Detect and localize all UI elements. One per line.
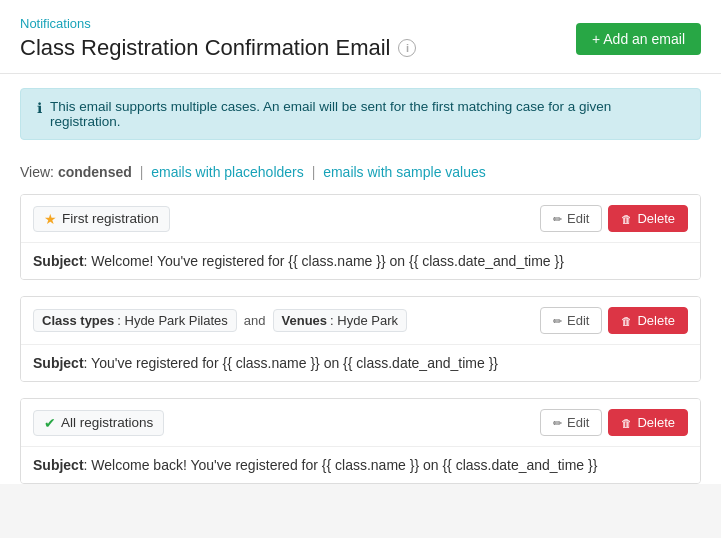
page-container: Notifications Class Registration Confirm… — [0, 0, 721, 484]
cases-list: ★ First registration Edit Delete Sub — [0, 194, 721, 484]
info-banner-text: This email supports multiple cases. An e… — [50, 99, 684, 129]
pencil-icon — [553, 415, 562, 430]
subject-label: Subject — [33, 457, 84, 473]
filter-key-class-types: Class types — [42, 313, 114, 328]
case-subject: Subject: You've registered for {{ class.… — [33, 355, 498, 371]
edit-button-all-registrations[interactable]: Edit — [540, 409, 602, 436]
check-icon: ✔ — [44, 415, 56, 431]
subject-text: Welcome back! You've registered for {{ c… — [91, 457, 597, 473]
case-subject: Subject: Welcome back! You've registered… — [33, 457, 597, 473]
view-bar: View: condensed | emails with placeholde… — [0, 154, 721, 194]
case-tag-all-registrations: ✔ All registrations — [33, 410, 164, 436]
view-prefix: View: — [20, 164, 54, 180]
edit-button-first-registration[interactable]: Edit — [540, 205, 602, 232]
view-placeholders-link[interactable]: emails with placeholders — [151, 164, 304, 180]
filter-tag-venues: Venues: Hyde Park — [273, 309, 407, 332]
case-actions: Edit Delete — [540, 409, 688, 436]
info-banner: ℹ This email supports multiple cases. An… — [20, 88, 701, 140]
breadcrumb[interactable]: Notifications — [20, 16, 416, 31]
header: Notifications Class Registration Confirm… — [0, 0, 721, 74]
page-title: Class Registration Confirmation Email i — [20, 35, 416, 61]
info-circle-icon: ℹ — [37, 100, 42, 116]
subject-text: You've registered for {{ class.name }} o… — [91, 355, 498, 371]
case-header: ★ First registration Edit Delete — [21, 195, 700, 243]
info-icon[interactable]: i — [398, 39, 416, 57]
pencil-icon — [553, 313, 562, 328]
delete-button-class-types-venues[interactable]: Delete — [608, 307, 688, 334]
case-header: Class types: Hyde Park Pilates and Venue… — [21, 297, 700, 345]
case-tag-label: All registrations — [61, 415, 153, 430]
edit-button-class-types-venues[interactable]: Edit — [540, 307, 602, 334]
filter-key-venues: Venues — [282, 313, 328, 328]
case-actions: Edit Delete — [540, 205, 688, 232]
delete-button-first-registration[interactable]: Delete — [608, 205, 688, 232]
subject-label: Subject — [33, 355, 84, 371]
trash-icon — [621, 415, 632, 430]
case-item-class-types-venues: Class types: Hyde Park Pilates and Venue… — [20, 296, 701, 382]
view-current: condensed — [58, 164, 132, 180]
case-actions: Edit Delete — [540, 307, 688, 334]
trash-icon — [621, 313, 632, 328]
separator-2: | — [312, 164, 320, 180]
trash-icon — [621, 211, 632, 226]
page-title-text: Class Registration Confirmation Email — [20, 35, 390, 61]
case-tag-label: First registration — [62, 211, 159, 226]
header-left: Notifications Class Registration Confirm… — [20, 16, 416, 61]
view-sample-values-link[interactable]: emails with sample values — [323, 164, 486, 180]
delete-button-all-registrations[interactable]: Delete — [608, 409, 688, 436]
separator-1: | — [140, 164, 148, 180]
case-subject: Subject: Welcome! You've registered for … — [33, 253, 564, 269]
case-tag-first-registration: ★ First registration — [33, 206, 170, 232]
case-header: ✔ All registrations Edit Delete — [21, 399, 700, 447]
filter-tag-class-types: Class types: Hyde Park Pilates — [33, 309, 237, 332]
case-item-first-registration: ★ First registration Edit Delete Sub — [20, 194, 701, 280]
pencil-icon — [553, 211, 562, 226]
add-email-button[interactable]: + Add an email — [576, 23, 701, 55]
case-body: Subject: Welcome back! You've registered… — [21, 447, 700, 483]
subject-label: Subject — [33, 253, 84, 269]
star-icon: ★ — [44, 211, 57, 227]
case-item-all-registrations: ✔ All registrations Edit Delete Subj — [20, 398, 701, 484]
filter-tags: Class types: Hyde Park Pilates and Venue… — [33, 309, 407, 332]
filter-connector-and: and — [244, 313, 266, 328]
subject-text: Welcome! You've registered for {{ class.… — [91, 253, 564, 269]
case-body: Subject: You've registered for {{ class.… — [21, 345, 700, 381]
case-body: Subject: Welcome! You've registered for … — [21, 243, 700, 279]
